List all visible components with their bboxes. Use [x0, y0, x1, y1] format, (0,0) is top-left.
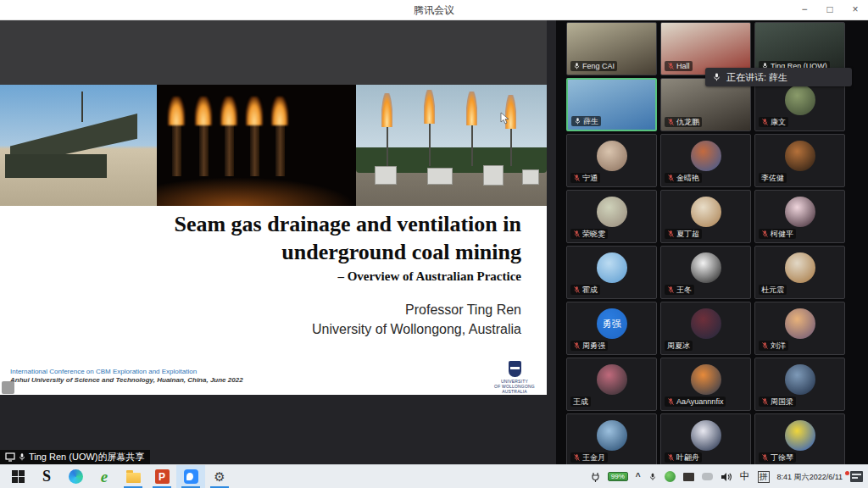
- participant-avatar: 勇强: [597, 308, 627, 339]
- toast-mic-icon: [712, 72, 721, 82]
- minimize-button[interactable]: −: [792, 0, 817, 20]
- mic-muted-icon: [573, 230, 581, 238]
- share-mic-icon: [18, 452, 26, 462]
- participant-name-label: AaAyuannnfix: [665, 396, 726, 407]
- participant-tile-14[interactable]: 王冬: [660, 246, 751, 299]
- participant-name: Hall: [676, 62, 690, 70]
- slide-top-band: [0, 20, 547, 85]
- participant-name: 杜元震: [761, 285, 784, 295]
- toast-text: 正在讲话: 薛生: [726, 71, 787, 84]
- mic-muted-icon: [667, 230, 675, 238]
- participant-name: 康文: [771, 117, 786, 127]
- clock-time: 8:41 周六: [777, 473, 810, 481]
- tray-dark-app-icon[interactable]: [683, 473, 694, 481]
- s-app[interactable]: S: [32, 465, 61, 488]
- taskbar-clock[interactable]: 8:41 周六 2022/6/11: [777, 473, 843, 481]
- mic-muted-icon: [761, 453, 769, 462]
- mic-muted-icon: [761, 118, 769, 126]
- mic-muted-icon: [761, 341, 769, 350]
- participant-tile-22[interactable]: 王金月: [566, 413, 657, 467]
- share-label-text: Ting Ren (UOW)的屏幕共享: [29, 451, 145, 463]
- participant-tile-19[interactable]: 王成: [566, 358, 657, 411]
- participant-avatar: [785, 85, 815, 115]
- participant-tile-8[interactable]: 金晴艳: [660, 134, 751, 187]
- tray-cloud-app-icon[interactable]: [702, 473, 713, 480]
- mic-muted-icon: [667, 453, 675, 462]
- participant-name-label: 霍成: [570, 285, 600, 295]
- mic-muted-icon: [573, 174, 581, 182]
- participant-avatar: [785, 252, 815, 283]
- speaking-toast: 正在讲话: 薛生: [705, 68, 852, 86]
- participant-avatar: [597, 364, 627, 395]
- mic-muted-icon: [573, 341, 581, 350]
- tray-green-app-icon[interactable]: [665, 471, 676, 482]
- participant-avatar: [691, 252, 721, 283]
- clock-date: 2022/6/11: [810, 473, 843, 481]
- participant-tile-13[interactable]: 霍成: [566, 246, 657, 299]
- participant-tile-10[interactable]: 荣晓雯: [566, 190, 657, 243]
- participant-tile-20[interactable]: AaAyuannnfix: [660, 358, 751, 411]
- participant-name: 王冬: [676, 285, 692, 295]
- participant-avatar: [691, 141, 721, 171]
- internet-explorer[interactable]: e: [90, 465, 119, 488]
- participant-name-label: 周夏冰: [665, 341, 693, 351]
- tencent-meeting[interactable]: [176, 465, 205, 488]
- participant-avatar: [785, 141, 815, 171]
- slide-title-line-1: Seam gas drainage and ventilation in: [13, 210, 521, 238]
- participant-tile-15[interactable]: 杜元震: [754, 246, 845, 299]
- participant-tile-4[interactable]: 薛生: [566, 78, 657, 131]
- participant-tile-17[interactable]: 周夏冰: [660, 302, 751, 355]
- participant-tile-1[interactable]: Feng CAI: [566, 22, 657, 75]
- participant-avatar: [691, 308, 721, 339]
- notification-dot: [845, 471, 849, 475]
- volume-icon[interactable]: [721, 472, 732, 482]
- participant-avatar: [691, 420, 721, 451]
- participant-tile-11[interactable]: 夏丁超: [660, 190, 751, 243]
- mouse-cursor: [500, 112, 509, 125]
- file-explorer[interactable]: [119, 465, 147, 488]
- tray-mic-icon[interactable]: [648, 472, 657, 482]
- settings[interactable]: ⚙: [205, 465, 234, 488]
- participant-name-label: 仇龙鹏: [665, 117, 702, 127]
- participant-name-label: 宁通: [570, 173, 600, 183]
- participant-tile-16[interactable]: 勇强周勇强: [566, 302, 657, 355]
- participant-name: 宁通: [582, 173, 598, 183]
- start-button[interactable]: [3, 465, 32, 488]
- participant-tile-23[interactable]: 叶翩舟: [660, 413, 751, 467]
- participant-name-label: 荣晓雯: [570, 229, 608, 239]
- ime-mode-indicator[interactable]: 拼: [758, 471, 770, 483]
- ime-language-indicator[interactable]: 中: [740, 469, 750, 484]
- close-button[interactable]: ×: [843, 0, 868, 20]
- participant-name: 叶翩舟: [676, 452, 699, 463]
- mic-muted-icon: [761, 397, 769, 406]
- tray-expand-chevron[interactable]: ^: [636, 472, 641, 481]
- slideshow-nav-button[interactable]: [2, 381, 14, 394]
- participant-tile-7[interactable]: 宁通: [566, 134, 657, 187]
- photo-gas-drainage-plant: [0, 85, 157, 206]
- edge-browser[interactable]: [61, 465, 90, 488]
- screen-share-label: Ting Ren (UOW)的屏幕共享: [0, 450, 150, 464]
- participant-tile-18[interactable]: 刘洋: [754, 302, 845, 355]
- edge-icon: [69, 469, 83, 484]
- participant-tile-9[interactable]: 李佐健: [754, 134, 845, 187]
- battery-indicator[interactable]: 99%: [608, 472, 628, 481]
- participant-name: 李佐健: [761, 173, 784, 183]
- power-plug-icon[interactable]: [591, 472, 600, 482]
- settings-gear-icon: ⚙: [214, 469, 225, 485]
- participant-name-label: 刘洋: [759, 341, 788, 351]
- participant-avatar: [785, 420, 815, 451]
- window-titlebar: 腾讯会议 − □ ×: [0, 0, 868, 20]
- action-center-icon[interactable]: [850, 471, 863, 482]
- participant-tile-24[interactable]: 丁徐琴: [754, 413, 845, 467]
- participant-tile-21[interactable]: 周国梁: [754, 358, 845, 411]
- tencent-meeting-icon: [184, 469, 198, 484]
- mic-muted-icon: [573, 453, 581, 462]
- powerpoint[interactable]: P: [147, 465, 176, 488]
- mic-muted-icon: [667, 118, 675, 126]
- maximize-button[interactable]: □: [817, 0, 843, 20]
- participant-tile-12[interactable]: 柯健平: [754, 190, 845, 243]
- participant-avatar: [691, 364, 721, 395]
- participant-name-label: 周国梁: [759, 396, 796, 407]
- participant-name: 霍成: [582, 285, 598, 295]
- participant-name: 丁徐琴: [771, 452, 793, 463]
